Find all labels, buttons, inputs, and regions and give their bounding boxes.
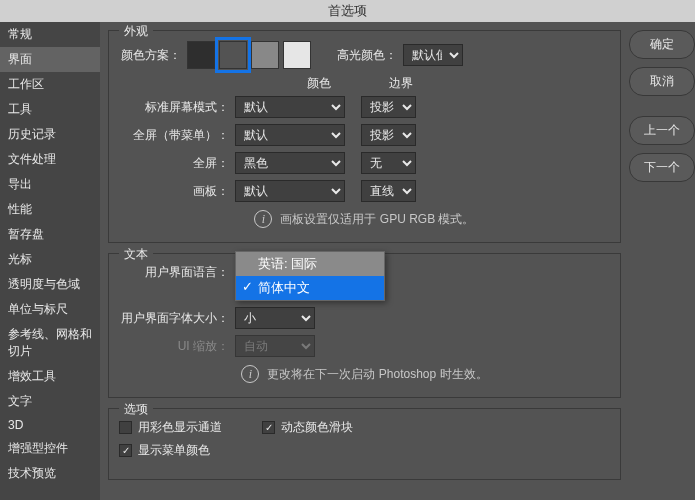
sidebar-item-8[interactable]: 暂存盘 — [0, 222, 100, 247]
text-legend: 文本 — [119, 246, 153, 263]
sidebar-item-5[interactable]: 文件处理 — [0, 147, 100, 172]
sidebar-item-0[interactable]: 常规 — [0, 22, 100, 47]
appearance-section: 外观 颜色方案： 高光颜色： 默认值 颜色 边界 标准屏幕模式：默认投影全屏（带… — [108, 30, 621, 243]
sidebar-item-11[interactable]: 单位与标尺 — [0, 297, 100, 322]
lang-label: 用户界面语言： — [119, 264, 229, 281]
sidebar-item-3[interactable]: 工具 — [0, 97, 100, 122]
sidebar-item-17[interactable]: 技术预览 — [0, 461, 100, 486]
text-note: 更改将在下一次启动 Photoshop 时生效。 — [267, 366, 487, 383]
size-select[interactable]: 小 — [235, 307, 315, 329]
options-section: 选项 用彩色显示通道 动态颜色滑块 显示菜单颜色 — [108, 408, 621, 480]
mode-border-0[interactable]: 投影 — [361, 96, 416, 118]
sidebar-item-14[interactable]: 文字 — [0, 389, 100, 414]
mode-border-1[interactable]: 投影 — [361, 124, 416, 146]
sidebar-item-15[interactable]: 3D — [0, 414, 100, 436]
swatch-1[interactable] — [219, 41, 247, 69]
swatch-3[interactable] — [283, 41, 311, 69]
scale-label: UI 缩放： — [119, 338, 229, 355]
sidebar-item-9[interactable]: 光标 — [0, 247, 100, 272]
sidebar-item-2[interactable]: 工作区 — [0, 72, 100, 97]
lang-option-0[interactable]: 英语: 国际 — [236, 252, 384, 276]
swatch-0[interactable] — [187, 41, 215, 69]
content-panel: 外观 颜色方案： 高光颜色： 默认值 颜色 边界 标准屏幕模式：默认投影全屏（带… — [100, 22, 625, 500]
mode-label-3: 画板： — [119, 183, 229, 200]
color-scheme-swatches — [187, 41, 311, 69]
mode-label-2: 全屏： — [119, 155, 229, 172]
sidebar-item-12[interactable]: 参考线、网格和切片 — [0, 322, 100, 364]
mode-color-1[interactable]: 默认 — [235, 124, 345, 146]
cb-color-channels[interactable]: 用彩色显示通道 — [119, 419, 222, 436]
info-icon: i — [254, 210, 272, 228]
appearance-note: 画板设置仅适用于 GPU RGB 模式。 — [280, 211, 474, 228]
sidebar-item-6[interactable]: 导出 — [0, 172, 100, 197]
info-icon: i — [241, 365, 259, 383]
col-header-color: 颜色 — [119, 75, 331, 92]
mode-border-3[interactable]: 直线 — [361, 180, 416, 202]
sidebar-item-16[interactable]: 增强型控件 — [0, 436, 100, 461]
highlight-label: 高光颜色： — [337, 47, 397, 64]
window-title: 首选项 — [0, 0, 695, 22]
size-label: 用户界面字体大小： — [119, 310, 229, 327]
mode-color-2[interactable]: 黑色 — [235, 152, 345, 174]
appearance-legend: 外观 — [119, 23, 153, 40]
mode-label-1: 全屏（带菜单）： — [119, 127, 229, 144]
sidebar-item-13[interactable]: 增效工具 — [0, 364, 100, 389]
lang-menu: 英语: 国际✓简体中文 — [235, 251, 385, 301]
mode-color-3[interactable]: 默认 — [235, 180, 345, 202]
sidebar-item-7[interactable]: 性能 — [0, 197, 100, 222]
swatch-2[interactable] — [251, 41, 279, 69]
mode-label-0: 标准屏幕模式： — [119, 99, 229, 116]
prev-button[interactable]: 上一个 — [629, 116, 695, 145]
text-section: 文本 用户界面语言： 英语: 国际✓简体中文 用户界面字体大小： 小 UI 缩放… — [108, 253, 621, 398]
sidebar-item-1[interactable]: 界面 — [0, 47, 100, 72]
col-header-border: 边界 — [331, 75, 471, 92]
options-legend: 选项 — [119, 401, 153, 418]
scale-select: 自动 — [235, 335, 315, 357]
next-button[interactable]: 下一个 — [629, 153, 695, 182]
highlight-select[interactable]: 默认值 — [403, 44, 463, 66]
sidebar-item-4[interactable]: 历史记录 — [0, 122, 100, 147]
cb-dynamic-sliders[interactable]: 动态颜色滑块 — [262, 419, 353, 436]
cancel-button[interactable]: 取消 — [629, 67, 695, 96]
ok-button[interactable]: 确定 — [629, 30, 695, 59]
sidebar: 常规界面工作区工具历史记录文件处理导出性能暂存盘光标透明度与色域单位与标尺参考线… — [0, 22, 100, 500]
sidebar-item-10[interactable]: 透明度与色域 — [0, 272, 100, 297]
lang-option-1[interactable]: ✓简体中文 — [236, 276, 384, 300]
cb-menu-colors[interactable]: 显示菜单颜色 — [119, 442, 210, 459]
action-buttons: 确定 取消 上一个 下一个 — [625, 22, 695, 500]
color-scheme-label: 颜色方案： — [119, 47, 181, 64]
mode-color-0[interactable]: 默认 — [235, 96, 345, 118]
mode-border-2[interactable]: 无 — [361, 152, 416, 174]
